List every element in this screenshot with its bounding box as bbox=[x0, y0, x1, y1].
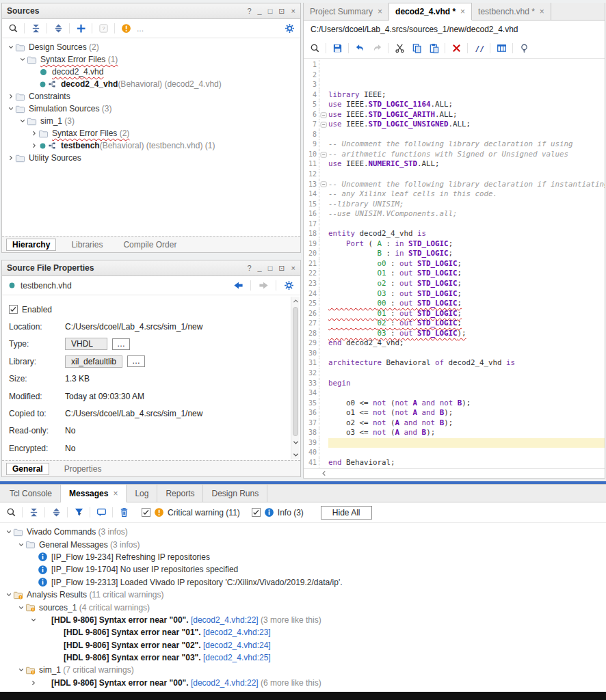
code-line[interactable]: 37 o2 <= not (A and not B); bbox=[304, 418, 605, 429]
expander-closed-icon[interactable] bbox=[6, 154, 15, 161]
collapse-all-button[interactable] bbox=[29, 23, 42, 35]
tree-row[interactable]: Vivado Commands (3 infos) bbox=[0, 526, 606, 538]
chevR-icon[interactable] bbox=[30, 679, 37, 686]
code-line[interactable]: 9-- Uncomment the following library decl… bbox=[304, 139, 605, 150]
fold-marker-icon[interactable] bbox=[319, 120, 328, 130]
code-line[interactable]: 8 bbox=[304, 130, 605, 140]
scroll-down-icon[interactable] bbox=[291, 450, 300, 459]
scroll-up-icon[interactable] bbox=[291, 297, 300, 306]
code-line[interactable]: 18entity decod2_4_vhd is bbox=[304, 229, 605, 239]
collapse-all-button[interactable] bbox=[27, 507, 40, 519]
warning-checkbox[interactable] bbox=[142, 508, 150, 517]
sources-tab-libraries[interactable]: Libraries bbox=[66, 239, 108, 250]
bottom-tab-messages[interactable]: Messages× bbox=[61, 485, 127, 502]
expander-open-icon[interactable] bbox=[4, 591, 13, 598]
add-button[interactable] bbox=[75, 23, 87, 35]
code-line[interactable]: 16--use UNISIM.VComponents.all; bbox=[304, 209, 605, 219]
tree-row[interactable]: [HDL 9-806] Syntax error near "01". [dec… bbox=[0, 626, 606, 638]
scroll-left-icon[interactable] bbox=[320, 470, 328, 477]
tree-row[interactable]: General Messages (3 infos) bbox=[0, 538, 606, 550]
editor-tab-decod2-4-vhd-[interactable]: decod2_4.vhd *× bbox=[389, 3, 472, 21]
property-value[interactable]: xil_defaultlib bbox=[65, 355, 122, 368]
fold-marker-icon[interactable] bbox=[319, 180, 328, 190]
scrollbar-thumb[interactable] bbox=[293, 307, 298, 436]
code-line[interactable]: 3 bbox=[304, 80, 605, 90]
code-line[interactable]: 12 bbox=[304, 170, 605, 180]
undo-button[interactable] bbox=[354, 42, 366, 55]
file-line-link[interactable]: [decod2_4.vhd:22] bbox=[191, 678, 259, 688]
search-button[interactable] bbox=[5, 507, 17, 519]
delete-messages-button[interactable] bbox=[118, 507, 130, 519]
close-tab-icon[interactable]: × bbox=[378, 7, 382, 16]
code-line[interactable]: 24 O3 : out STD_LOGIC; bbox=[304, 289, 605, 299]
browse-button[interactable]: … bbox=[127, 355, 145, 367]
expander-open-icon[interactable] bbox=[6, 44, 15, 51]
editor-tab-testbench-vhd-[interactable]: testbench.vhd *× bbox=[472, 3, 551, 20]
code-line[interactable]: 19 Port ( A : in STD_LOGIC; bbox=[304, 239, 605, 250]
code-line[interactable]: 27 02 : out STD_LOGIC; bbox=[304, 319, 605, 329]
code-line[interactable]: 35 o0 <= not (not A and not B); bbox=[304, 399, 605, 409]
chevD-icon[interactable] bbox=[18, 541, 25, 548]
chevD-icon[interactable] bbox=[8, 105, 14, 112]
hide-all-button[interactable]: Hide All bbox=[321, 506, 372, 520]
expander-closed-icon[interactable] bbox=[6, 93, 15, 100]
chevD-icon[interactable] bbox=[5, 591, 12, 598]
properties-tab-general[interactable]: General bbox=[6, 463, 49, 475]
expand-all-button[interactable] bbox=[52, 23, 64, 35]
editor-horizontal-scrollbar[interactable] bbox=[304, 468, 605, 478]
properties-tab-properties[interactable]: Properties bbox=[59, 463, 107, 474]
back-button[interactable] bbox=[232, 280, 244, 292]
tree-row[interactable]: Syntax Error Files (1) bbox=[2, 53, 300, 66]
save-button[interactable] bbox=[331, 42, 343, 55]
chevR-icon[interactable] bbox=[8, 93, 14, 100]
chevR-icon[interactable] bbox=[31, 142, 38, 149]
tree-row[interactable]: decod2_4_vhd(Behavioral) (decod2_4.vhd) bbox=[2, 78, 300, 90]
chevD-icon[interactable] bbox=[18, 667, 25, 673]
code-line[interactable]: 20 B : in STD_LOGIC; bbox=[304, 249, 605, 259]
float-icon[interactable]: ⊡ bbox=[278, 264, 285, 273]
code-line[interactable]: 29end decod2_4_vhd; bbox=[304, 338, 605, 349]
close-icon[interactable]: × bbox=[291, 7, 295, 16]
property-value[interactable]: VHDL bbox=[65, 338, 107, 350]
code-line[interactable]: 15--library UNISIM; bbox=[304, 200, 605, 210]
sources-tab-hierarchy[interactable]: Hierarchy bbox=[6, 239, 56, 251]
help-icon[interactable]: ? bbox=[247, 7, 251, 16]
code-line[interactable]: 22 O1 : out STD_LOGIC; bbox=[304, 269, 605, 279]
redo-button[interactable] bbox=[371, 42, 383, 55]
properties-scrollbar[interactable] bbox=[291, 297, 300, 459]
browse-button[interactable]: … bbox=[112, 338, 130, 350]
expander-open-icon[interactable] bbox=[4, 528, 13, 535]
editor-tab-project-summary[interactable]: Project Summary× bbox=[304, 3, 389, 20]
enabled-checkbox[interactable] bbox=[9, 305, 18, 314]
comment-button[interactable]: // bbox=[473, 42, 485, 55]
file-line-link[interactable]: [decod2_4.vhd:22] bbox=[191, 615, 259, 625]
tree-row[interactable]: [HDL 9-806] Syntax error near "00". [dec… bbox=[0, 614, 606, 626]
code-line[interactable]: 31architecture Behavioral of decod2_4_vh… bbox=[304, 358, 605, 368]
close-tab-icon[interactable]: × bbox=[540, 7, 544, 16]
fold-marker-icon[interactable] bbox=[319, 150, 328, 160]
expander-open-icon[interactable] bbox=[18, 118, 27, 124]
filter-button[interactable] bbox=[73, 507, 85, 519]
code-line[interactable]: 28 03 : out STD_LOGIC); bbox=[304, 329, 605, 339]
code-line[interactable]: 41end Behavioral; bbox=[304, 458, 605, 468]
code-line[interactable]: 23 o2 : out STD_LOGIC; bbox=[304, 279, 605, 289]
code-line[interactable]: 5use IEEE.STD_LOGIC_1164.ALL; bbox=[304, 100, 605, 110]
chevD-icon[interactable] bbox=[8, 44, 14, 51]
code-line[interactable]: 39 bbox=[304, 438, 605, 448]
code-line[interactable]: 14-- any Xilinx leaf cells in this code. bbox=[304, 189, 605, 200]
toolbar-overflow[interactable]: ... bbox=[137, 24, 144, 33]
code-line[interactable]: 26 01 : out STD_LOGIC; bbox=[304, 309, 605, 319]
code-line[interactable]: 33begin bbox=[304, 379, 605, 389]
settings-button[interactable] bbox=[283, 23, 295, 35]
bottom-tab-tcl-console[interactable]: Tcl Console bbox=[1, 485, 61, 502]
delete-button[interactable] bbox=[450, 42, 462, 55]
tree-row[interactable]: sim_1 (7 critical warnings) bbox=[0, 664, 606, 676]
file-line-link[interactable]: [decod2_4.vhd:25] bbox=[203, 653, 271, 662]
chevD-icon[interactable] bbox=[30, 617, 37, 623]
maximize-icon[interactable]: □ bbox=[268, 7, 273, 16]
code-line[interactable]: 25 00 : out STD_LOGIC; bbox=[304, 299, 605, 309]
code-line[interactable]: 6use IEEE.STD_LOGIC_ARITH.ALL; bbox=[304, 110, 605, 120]
code-line[interactable]: 7use IEEE.STD_LOGIC_UNSIGNED.ALL; bbox=[304, 120, 605, 130]
expander-open-icon[interactable] bbox=[18, 56, 27, 63]
code-line[interactable]: 13-- Uncomment the following library dec… bbox=[304, 180, 605, 190]
